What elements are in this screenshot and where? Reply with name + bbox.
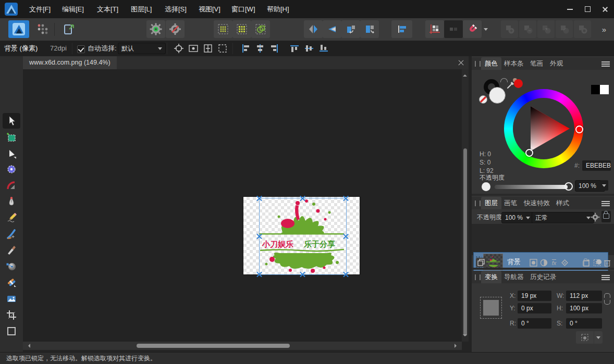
selection-handle-bottom-left[interactable] (256, 271, 263, 278)
layer-effects-button[interactable]: fx (549, 258, 559, 267)
align-bottom-button[interactable] (317, 42, 330, 55)
document-tab[interactable]: www.x6d.com.png (149.4%) (23, 56, 117, 69)
hex-input[interactable]: EBEBEB (582, 160, 611, 171)
rotation-input[interactable]: 0 ° (518, 318, 551, 329)
opacity-slider-track[interactable] (495, 185, 568, 189)
hide-selection-button[interactable] (187, 42, 200, 55)
picked-color-swatch[interactable] (514, 79, 523, 88)
w-input[interactable]: 112 px (566, 291, 602, 301)
transform-anchor-selector[interactable] (480, 297, 502, 319)
maximize-button[interactable] (579, 0, 596, 18)
show-rotation-center-button[interactable] (172, 42, 186, 55)
auto-select-checkbox[interactable] (77, 45, 85, 53)
anchor-center[interactable] (483, 300, 499, 316)
x-input[interactable]: 19 px (518, 291, 551, 301)
tool-marquee-select[interactable] (5, 131, 18, 144)
tab-history[interactable]: 历史记录 (526, 271, 560, 283)
panel-menu-icon[interactable] (601, 201, 610, 202)
flip-vertical-button[interactable] (323, 20, 341, 38)
shear-input[interactable]: 0 ° (566, 318, 602, 329)
snapping-manager-button[interactable] (146, 20, 165, 38)
minimize-button[interactable] (561, 0, 579, 18)
selection-handle-top-right[interactable] (342, 195, 349, 202)
tab-quick-fx[interactable]: 快速特效 (520, 197, 554, 209)
opacity-full-swatch[interactable] (482, 182, 490, 191)
tool-pencil[interactable] (5, 211, 18, 224)
panel-drag-handle[interactable] (475, 200, 481, 206)
no-color-swatch[interactable] (479, 95, 487, 104)
flip-horizontal-button[interactable] (304, 20, 323, 38)
opacity-dropdown-button[interactable] (600, 180, 608, 191)
tab-color[interactable]: 颜色 (481, 57, 501, 70)
menu-item-text[interactable]: 文本[T] (94, 0, 121, 18)
selection-handle-top-center[interactable] (299, 195, 306, 202)
menu-item-select[interactable]: 选择[S] (162, 0, 190, 18)
boolean-combine-button[interactable] (574, 20, 591, 38)
selection-handle-top-left[interactable] (256, 195, 263, 202)
tool-rectangle[interactable] (5, 325, 18, 337)
align-right-button[interactable] (268, 42, 281, 55)
alignment-button[interactable] (391, 20, 412, 38)
pixel-grid-button[interactable] (214, 20, 232, 38)
scroll-right-arrow[interactable] (455, 344, 459, 348)
selection-handle-bottom-center[interactable] (299, 271, 306, 278)
tool-vector-brush[interactable] (5, 228, 18, 240)
tab-layers[interactable]: 图层 (481, 197, 501, 209)
tool-selection-brush[interactable] (5, 163, 18, 175)
toolbar-overflow-button[interactable]: » (598, 20, 610, 38)
canvas-viewport[interactable]: 小刀娱乐 乐于分享 (23, 69, 462, 342)
force-pixel-alignment-button[interactable] (232, 20, 251, 38)
boolean-subtract-button[interactable] (519, 20, 536, 38)
boolean-intersect-button[interactable] (537, 20, 555, 38)
saturation-lightness-marker[interactable] (525, 149, 533, 157)
tab-stroke[interactable]: 笔画 (526, 57, 547, 70)
pixel-selection-button[interactable] (592, 258, 602, 267)
tab-transform[interactable]: 变换 (481, 271, 501, 283)
boolean-divide-button[interactable] (556, 20, 573, 38)
vertical-scroll-thumb[interactable] (463, 148, 467, 336)
tool-eraser[interactable] (5, 276, 18, 288)
transform-objects-separately-button[interactable] (444, 20, 463, 38)
designer-persona-button[interactable] (8, 20, 29, 38)
adjustment-layer-button[interactable] (538, 258, 549, 267)
menu-item-help[interactable]: 帮助[H] (264, 0, 292, 18)
duplicate-layer-button[interactable] (476, 258, 486, 267)
scroll-up-arrow[interactable] (463, 72, 467, 77)
tool-node[interactable] (5, 148, 18, 160)
align-middle-button[interactable] (302, 42, 316, 55)
vertical-scrollbar[interactable] (462, 69, 469, 342)
blend-mode-dropdown[interactable]: 正常 (532, 212, 594, 223)
tool-knife[interactable] (5, 244, 18, 256)
opacity-slider-handle[interactable] (564, 182, 573, 191)
snapping-dropdown-button[interactable] (482, 20, 490, 38)
tool-corner[interactable] (5, 179, 18, 192)
tool-move[interactable] (5, 115, 18, 127)
add-layer-button[interactable] (581, 258, 592, 267)
tool-pen[interactable] (5, 195, 18, 208)
snapping-off-button[interactable] (166, 20, 185, 38)
grayscale-swatch-white[interactable] (600, 85, 609, 94)
selection-bounding-box[interactable] (259, 198, 347, 275)
tool-fill-gradient[interactable] (5, 260, 18, 272)
panel-menu-icon[interactable] (601, 61, 610, 62)
menu-item-view[interactable]: 视图[V] (195, 0, 224, 18)
panel-menu-icon[interactable] (601, 275, 610, 276)
transform-mode-button[interactable] (576, 331, 594, 344)
tab-navigator[interactable]: 导航器 (500, 271, 527, 283)
blend-options-button[interactable] (591, 212, 600, 222)
horizontal-scroll-thumb[interactable] (137, 344, 290, 348)
tool-place-image[interactable] (5, 293, 18, 305)
auto-select-dropdown[interactable]: 默认 (118, 43, 166, 54)
scroll-left-arrow[interactable] (26, 344, 30, 348)
menu-item-file[interactable]: 文件[F] (26, 0, 54, 18)
tab-styles[interactable]: 样式 (552, 197, 573, 209)
align-top-button[interactable] (288, 42, 301, 55)
close-button[interactable] (596, 0, 614, 18)
tab-brushes[interactable]: 画笔 (500, 197, 521, 209)
menu-item-edit[interactable]: 编辑[E] (59, 0, 87, 18)
scroll-down-arrow[interactable] (463, 334, 467, 338)
rotate-cw-button[interactable] (360, 20, 379, 38)
link-dimensions-icon[interactable] (604, 293, 610, 298)
grayscale-swatch-black[interactable] (591, 85, 600, 94)
selection-handle-middle-left[interactable] (256, 233, 263, 240)
